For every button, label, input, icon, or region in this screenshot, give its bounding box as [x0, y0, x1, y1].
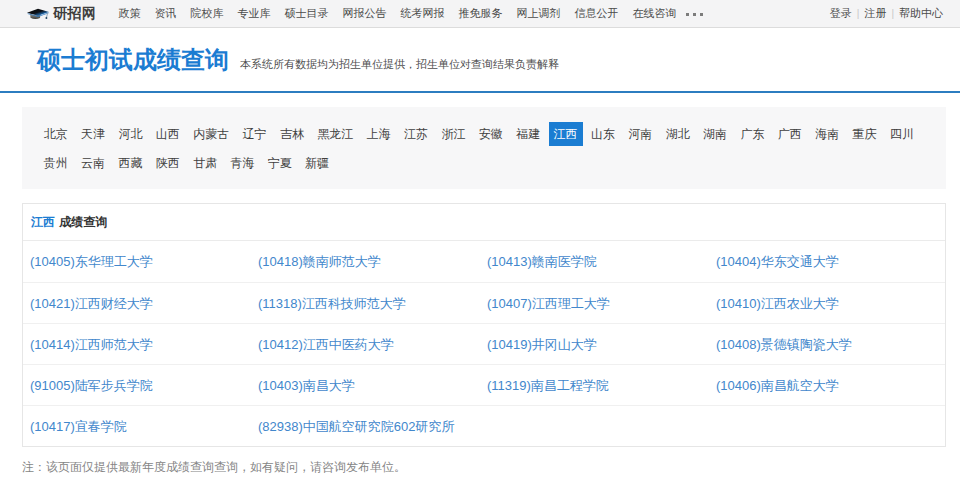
province-tab-新疆[interactable]: 新疆 — [300, 151, 334, 175]
top-navigation-bar: 研招网 政策资讯院校库专业库硕士目录网报公告统考网报推免服务网上调剂信息公开在线… — [0, 0, 960, 28]
site-logo[interactable]: 研招网 — [27, 5, 97, 23]
province-tab-广西[interactable]: 广西 — [773, 122, 807, 146]
university-link[interactable]: (10418)赣南师范大学 — [258, 254, 381, 269]
province-tab-山东[interactable]: 山东 — [586, 122, 620, 146]
province-tab-云南[interactable]: 云南 — [76, 151, 110, 175]
university-link[interactable]: (10412)江西中医药大学 — [258, 337, 394, 352]
university-cell: (10419)井冈山大学 — [480, 335, 709, 354]
province-tab-宁夏[interactable]: 宁夏 — [263, 151, 297, 175]
content-container: 北京天津河北山西内蒙古辽宁吉林黑龙江上海江苏浙江安徽福建江西山东河南湖北湖南广东… — [22, 107, 946, 476]
province-tab-陕西[interactable]: 陕西 — [151, 151, 185, 175]
university-cell: (10405)东华理工大学 — [23, 252, 251, 271]
university-link[interactable]: (10406)南昌航空大学 — [716, 378, 839, 393]
panel-header: 江西 成绩查询 — [23, 204, 945, 241]
page-title: 硕士初试成绩查询 — [37, 28, 229, 91]
province-tab-安徽[interactable]: 安徽 — [474, 122, 508, 146]
university-cell: (10418)赣南师范大学 — [251, 252, 480, 271]
university-row: (10421)江西财经大学(11318)江西科技师范大学(10407)江西理工大… — [23, 282, 945, 323]
province-tab-山西[interactable]: 山西 — [151, 122, 185, 146]
logo-text: 研招网 — [53, 5, 97, 23]
province-tab-重庆[interactable]: 重庆 — [848, 122, 882, 146]
province-tab-湖北[interactable]: 湖北 — [661, 122, 695, 146]
province-tab-内蒙古[interactable]: 内蒙古 — [188, 122, 234, 146]
university-cell: (11319)南昌工程学院 — [480, 376, 709, 395]
province-tab-吉林[interactable]: 吉林 — [275, 122, 309, 146]
menu-item-4[interactable]: 专业库 — [238, 6, 271, 21]
university-link[interactable]: (10414)江西师范大学 — [30, 337, 153, 352]
province-tab-北京[interactable]: 北京 — [39, 122, 73, 146]
register-link[interactable]: 注册 — [864, 6, 886, 21]
university-link[interactable]: (10419)井冈山大学 — [487, 337, 597, 352]
university-link[interactable]: (82938)中国航空研究院602研究所 — [258, 419, 455, 434]
province-tab-天津[interactable]: 天津 — [76, 122, 110, 146]
menu-item-9[interactable]: 网上调剂 — [517, 6, 561, 21]
login-link[interactable]: 登录 — [830, 6, 852, 21]
university-cell: (10404)华东交通大学 — [709, 252, 945, 271]
main-menu: 政策资讯院校库专业库硕士目录网报公告统考网报推免服务网上调剂信息公开在线咨询 — [119, 6, 703, 21]
page-subtitle: 本系统所有数据均为招生单位提供，招生单位对查询结果负责解释 — [240, 57, 559, 72]
province-tab-辽宁[interactable]: 辽宁 — [238, 122, 272, 146]
province-row: 北京天津河北山西内蒙古辽宁吉林黑龙江上海江苏浙江安徽福建江西山东河南湖北湖南广东… — [37, 120, 934, 146]
province-tab-四川[interactable]: 四川 — [885, 122, 919, 146]
link-separator: | — [857, 8, 860, 19]
page-header: 硕士初试成绩查询 本系统所有数据均为招生单位提供，招生单位对查询结果负责解释 — [0, 28, 960, 93]
menu-item-6[interactable]: 网报公告 — [343, 6, 387, 21]
menu-item-11[interactable]: 在线咨询 — [633, 6, 677, 21]
university-link[interactable]: (10417)宜春学院 — [30, 419, 127, 434]
user-links: 登录|注册|帮助中心 — [830, 6, 943, 21]
province-tab-江苏[interactable]: 江苏 — [399, 122, 433, 146]
university-cell: (10410)江西农业大学 — [709, 294, 945, 313]
menu-item-5[interactable]: 硕士目录 — [285, 6, 329, 21]
university-link[interactable]: (11318)江西科技师范大学 — [258, 296, 406, 311]
university-list: (10405)东华理工大学(10418)赣南师范大学(10413)赣南医学院(1… — [23, 241, 945, 446]
province-tab-上海[interactable]: 上海 — [362, 122, 396, 146]
university-link[interactable]: (10407)江西理工大学 — [487, 296, 610, 311]
help-center-link[interactable]: 帮助中心 — [899, 6, 943, 21]
university-row: (10405)东华理工大学(10418)赣南师范大学(10413)赣南医学院(1… — [23, 241, 945, 282]
menu-item-2[interactable]: 资讯 — [155, 6, 177, 21]
university-link[interactable]: (10405)东华理工大学 — [30, 254, 153, 269]
province-tab-西藏[interactable]: 西藏 — [113, 151, 147, 175]
university-link[interactable]: (10403)南昌大学 — [258, 378, 355, 393]
university-link[interactable]: (10408)景德镇陶瓷大学 — [716, 337, 852, 352]
university-link[interactable]: (11319)南昌工程学院 — [487, 378, 609, 393]
province-tab-海南[interactable]: 海南 — [810, 122, 844, 146]
province-tab-广东[interactable]: 广东 — [735, 122, 769, 146]
university-cell: (10413)赣南医学院 — [480, 252, 709, 271]
university-link[interactable]: (10410)江西农业大学 — [716, 296, 839, 311]
province-tab-江西[interactable]: 江西 — [549, 122, 583, 146]
university-link[interactable]: (10404)华东交通大学 — [716, 254, 839, 269]
footer-note: 注：该页面仅提供最新年度成绩查询查询，如有疑问，请咨询发布单位。 — [22, 459, 946, 476]
university-cell: (10414)江西师范大学 — [23, 335, 251, 354]
province-tab-福建[interactable]: 福建 — [511, 122, 545, 146]
university-cell: (10406)南昌航空大学 — [709, 376, 945, 395]
university-cell: (11318)江西科技师范大学 — [251, 294, 480, 313]
province-tab-河南[interactable]: 河南 — [623, 122, 657, 146]
panel-province-name: 江西 — [31, 215, 55, 229]
province-tab-河北[interactable]: 河北 — [113, 122, 147, 146]
menu-item-10[interactable]: 信息公开 — [575, 6, 619, 21]
university-link[interactable]: (10413)赣南医学院 — [487, 254, 597, 269]
province-tab-浙江[interactable]: 浙江 — [436, 122, 470, 146]
university-cell: (10417)宜春学院 — [23, 417, 251, 436]
university-cell: (10412)江西中医药大学 — [251, 335, 480, 354]
graduation-cap-icon — [27, 7, 49, 20]
province-tab-黑龙江[interactable]: 黑龙江 — [312, 122, 358, 146]
province-tab-贵州[interactable]: 贵州 — [39, 151, 73, 175]
menu-more-icon[interactable] — [686, 13, 703, 16]
province-tab-青海[interactable]: 青海 — [226, 151, 260, 175]
menu-item-3[interactable]: 院校库 — [191, 6, 224, 21]
panel-title: 成绩查询 — [59, 215, 107, 229]
university-cell: (82938)中国航空研究院602研究所 — [251, 417, 480, 436]
university-link[interactable]: (10421)江西财经大学 — [30, 296, 153, 311]
menu-item-1[interactable]: 政策 — [119, 6, 141, 21]
university-row: (91005)陆军步兵学院(10403)南昌大学(11319)南昌工程学院(10… — [23, 364, 945, 405]
university-link[interactable]: (91005)陆军步兵学院 — [30, 378, 153, 393]
menu-item-7[interactable]: 统考网报 — [401, 6, 445, 21]
university-row: (10414)江西师范大学(10412)江西中医药大学(10419)井冈山大学(… — [23, 323, 945, 364]
province-tab-湖南[interactable]: 湖南 — [698, 122, 732, 146]
province-row: 贵州云南西藏陕西甘肃青海宁夏新疆 — [37, 149, 934, 175]
province-selector: 北京天津河北山西内蒙古辽宁吉林黑龙江上海江苏浙江安徽福建江西山东河南湖北湖南广东… — [22, 107, 946, 189]
menu-item-8[interactable]: 推免服务 — [459, 6, 503, 21]
province-tab-甘肃[interactable]: 甘肃 — [188, 151, 222, 175]
